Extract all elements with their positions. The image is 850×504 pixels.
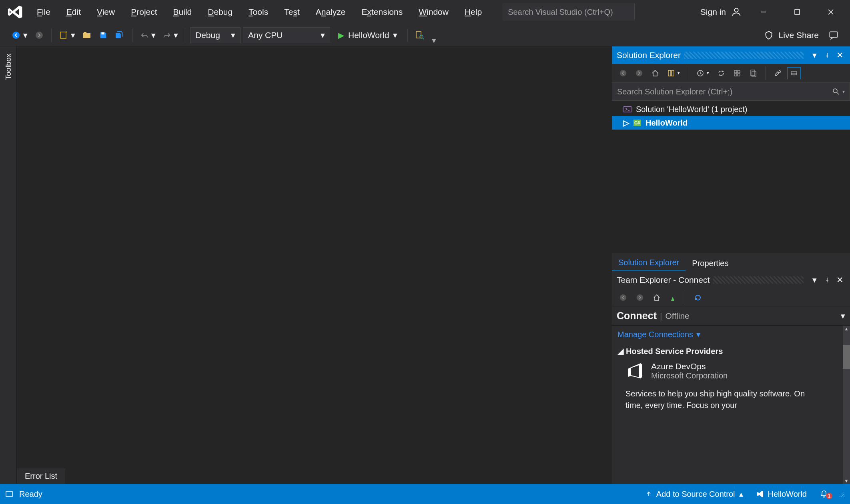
se-show-all-files-button[interactable] xyxy=(747,68,760,79)
chevron-down-icon[interactable]: ▾ xyxy=(841,311,845,321)
se-back-button[interactable] xyxy=(617,68,629,79)
tab-solution-explorer[interactable]: Solution Explorer xyxy=(612,255,686,271)
panel-dropdown-button[interactable]: ▾ xyxy=(809,275,820,285)
resize-grip-icon[interactable] xyxy=(838,490,845,498)
scroll-up-icon[interactable]: ▲ xyxy=(843,326,850,332)
team-explorer-toolbar xyxy=(612,289,850,306)
maximize-button[interactable] xyxy=(785,2,809,22)
global-search-input[interactable]: Search Visual Studio (Ctrl+Q) xyxy=(503,4,635,20)
add-to-source-control-button[interactable]: Add to Source Control ▴ xyxy=(642,489,746,499)
solution-icon xyxy=(623,105,632,114)
solution-label: Solution 'HelloWorld' (1 project) xyxy=(636,105,748,114)
scroll-thumb[interactable] xyxy=(843,345,850,369)
chevron-down-icon: ▾ xyxy=(393,33,397,37)
menu-help[interactable]: Help xyxy=(457,3,490,21)
menu-test[interactable]: Test xyxy=(276,3,308,21)
svg-point-14 xyxy=(636,70,642,76)
nav-back-button[interactable]: ▾ xyxy=(9,29,30,42)
platform-value: Any CPU xyxy=(248,30,283,40)
se-preview-button[interactable] xyxy=(787,67,801,79)
sign-in-button[interactable]: Sign in xyxy=(700,6,742,18)
solution-node[interactable]: Solution 'HelloWorld' (1 project) xyxy=(612,102,850,116)
menu-build[interactable]: Build xyxy=(165,3,200,21)
se-properties-button[interactable] xyxy=(771,68,784,79)
azure-devops-provider[interactable]: Azure DevOps Microsoft Corporation xyxy=(625,362,844,381)
error-list-tab[interactable]: Error List xyxy=(17,468,65,484)
svg-point-26 xyxy=(833,89,837,93)
configuration-dropdown[interactable]: Debug▾ xyxy=(190,27,241,43)
configuration-value: Debug xyxy=(195,30,220,40)
project-status-button[interactable]: HelloWorld xyxy=(753,490,810,499)
save-all-button[interactable] xyxy=(112,29,128,41)
collapse-icon: ◢ xyxy=(617,346,623,356)
pin-button[interactable] xyxy=(822,275,832,285)
menu-debug[interactable]: Debug xyxy=(200,3,241,21)
svg-point-10 xyxy=(420,35,423,38)
menu-view[interactable]: View xyxy=(89,3,123,21)
minimize-button[interactable] xyxy=(752,2,776,22)
editor-area: Error List xyxy=(17,46,612,484)
svg-point-31 xyxy=(620,294,626,301)
se-home-button[interactable] xyxy=(649,68,662,79)
menu-tools[interactable]: Tools xyxy=(241,3,276,21)
svg-rect-16 xyxy=(672,70,674,76)
close-button[interactable] xyxy=(819,2,843,22)
toolbox-tab[interactable]: Toolbox xyxy=(0,46,17,484)
se-switch-views-button[interactable]: ▾ xyxy=(665,68,682,79)
expand-icon[interactable]: ▷ xyxy=(623,118,629,128)
manage-connections-label: Manage Connections xyxy=(617,330,693,339)
live-share-button[interactable]: Live Share xyxy=(764,30,819,40)
notifications-button[interactable]: 1 xyxy=(816,490,832,498)
vs-small-icon xyxy=(756,490,764,498)
tab-properties[interactable]: Properties xyxy=(686,256,735,271)
menu-extensions[interactable]: Extensions xyxy=(353,3,411,21)
panel-dropdown-button[interactable]: ▾ xyxy=(809,50,820,60)
platform-dropdown[interactable]: Any CPU▾ xyxy=(243,27,330,43)
svg-rect-21 xyxy=(738,74,740,76)
manage-connections-link[interactable]: Manage Connections ▾ xyxy=(617,330,844,339)
hosted-providers-section[interactable]: ◢ Hosted Service Providers xyxy=(617,346,844,356)
save-button[interactable] xyxy=(96,29,110,41)
se-forward-button[interactable] xyxy=(633,68,646,79)
se-collapse-all-button[interactable] xyxy=(731,68,744,79)
menu-file[interactable]: File xyxy=(29,3,58,21)
chevron-down-icon: ▾ xyxy=(696,330,700,339)
svg-point-0 xyxy=(734,8,738,12)
menu-analyze[interactable]: Analyze xyxy=(308,3,354,21)
feedback-button[interactable] xyxy=(826,28,841,42)
te-back-button[interactable] xyxy=(617,292,629,303)
new-item-button[interactable]: ▾ xyxy=(56,29,77,42)
solution-explorer-header[interactable]: Solution Explorer ▾ ✕ xyxy=(612,46,850,64)
close-panel-button[interactable]: ✕ xyxy=(835,50,845,60)
svg-rect-33 xyxy=(6,492,12,496)
redo-button[interactable]: ▾ xyxy=(160,29,180,41)
toolbar-overflow-button[interactable]: ▾ xyxy=(429,34,439,46)
live-share-label: Live Share xyxy=(779,30,819,40)
te-forward-button[interactable] xyxy=(633,292,646,303)
scroll-down-icon[interactable]: ▼ xyxy=(843,478,850,484)
find-in-files-button[interactable] xyxy=(413,29,427,42)
open-file-button[interactable] xyxy=(80,29,94,42)
project-node[interactable]: ▷ C# HelloWorld xyxy=(612,116,850,130)
toolbox-label: Toolbox xyxy=(2,51,14,82)
menu-edit[interactable]: Edit xyxy=(58,3,89,21)
svg-line-27 xyxy=(837,92,839,94)
start-debugging-button[interactable]: ▶ HelloWorld ▾ xyxy=(333,27,403,43)
nav-forward-button[interactable] xyxy=(32,29,46,42)
close-panel-button[interactable]: ✕ xyxy=(835,275,845,285)
undo-button[interactable]: ▾ xyxy=(138,29,158,41)
te-refresh-button[interactable] xyxy=(692,292,704,303)
connect-label: Connect xyxy=(617,310,657,322)
svg-rect-12 xyxy=(830,32,838,37)
te-connect-button[interactable] xyxy=(667,292,678,303)
menu-project[interactable]: Project xyxy=(123,3,165,21)
pin-button[interactable] xyxy=(822,50,832,60)
te-home-button[interactable] xyxy=(650,292,663,303)
se-pending-changes-button[interactable]: ▾ xyxy=(694,68,712,79)
solution-explorer-search[interactable]: Search Solution Explorer (Ctrl+;) ▾ xyxy=(612,82,850,101)
menubar: File Edit View Project Build Debug Tools… xyxy=(29,3,490,21)
se-sync-button[interactable] xyxy=(715,68,728,79)
team-explorer-header[interactable]: Team Explorer - Connect ▾ ✕ xyxy=(612,271,850,289)
team-explorer-scrollbar[interactable]: ▲ ▼ xyxy=(843,326,850,484)
menu-window[interactable]: Window xyxy=(411,3,457,21)
